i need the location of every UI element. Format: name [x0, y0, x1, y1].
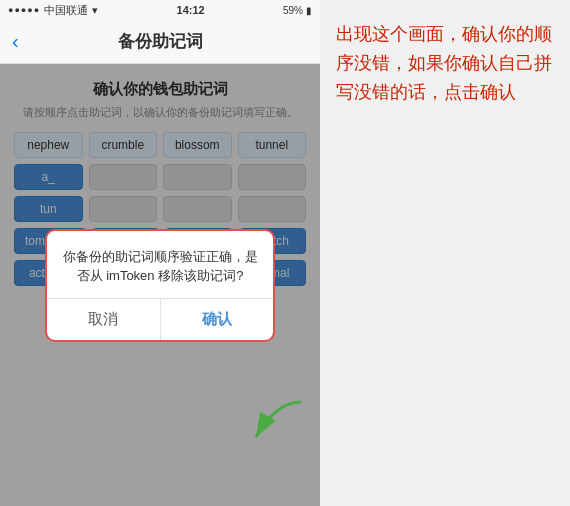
- status-bar: ●●●●● 中国联通 ▾ 14:12 59% ▮: [0, 0, 320, 20]
- signal-dots: ●●●●●: [8, 5, 40, 15]
- dialog-overlay: 你备份的助记词顺序验证正确，是否从 imToken 移除该助记词? 取消 确认: [0, 64, 320, 506]
- annotation-panel: 出现这个画面，确认你的顺序没错，如果你确认自己拼写没错的话，点击确认: [320, 0, 570, 506]
- dialog-cancel-button[interactable]: 取消: [47, 299, 161, 340]
- back-button[interactable]: ‹: [12, 30, 19, 53]
- status-right: 59% ▮: [283, 5, 312, 16]
- battery-percent: 59%: [283, 5, 303, 16]
- dialog-box: 你备份的助记词顺序验证正确，是否从 imToken 移除该助记词? 取消 确认: [45, 229, 275, 342]
- nav-bar: ‹ 备份助记词: [0, 20, 320, 64]
- annotation-text: 出现这个画面，确认你的顺序没错，如果你确认自己拼写没错的话，点击确认: [336, 20, 554, 106]
- wifi-icon: ▾: [92, 4, 98, 17]
- battery-icon: ▮: [306, 5, 312, 16]
- time-display: 14:12: [177, 4, 205, 16]
- main-content: 确认你的钱包助记词 请按顺序点击助记词，以确认你的备份助记词填写正确。 neph…: [0, 64, 320, 506]
- phone-frame: ●●●●● 中国联通 ▾ 14:12 59% ▮ ‹ 备份助记词 确认你的钱包助…: [0, 0, 320, 506]
- dialog-message: 你备份的助记词顺序验证正确，是否从 imToken 移除该助记词?: [47, 231, 273, 298]
- status-left: ●●●●● 中国联通 ▾: [8, 3, 98, 18]
- dialog-ok-button[interactable]: 确认: [161, 299, 274, 340]
- nav-title: 备份助记词: [118, 30, 203, 53]
- carrier-name: 中国联通: [44, 3, 88, 18]
- dialog-buttons: 取消 确认: [47, 298, 273, 340]
